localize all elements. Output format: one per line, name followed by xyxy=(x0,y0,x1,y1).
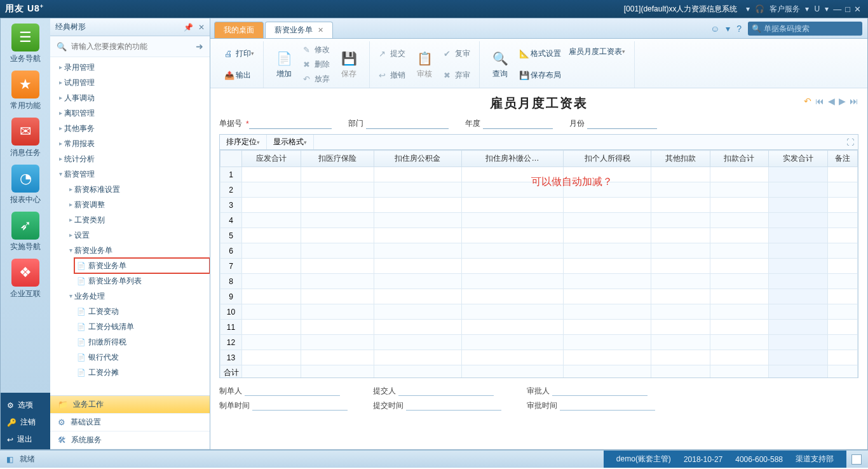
nav-item[interactable]: ➶ 实施导航 xyxy=(6,212,45,252)
table-row[interactable]: 4 xyxy=(220,213,858,228)
search-go-icon[interactable]: ➜ xyxy=(193,41,206,51)
system-dropdown[interactable]: ▾ xyxy=(746,4,750,13)
docno-input[interactable] xyxy=(249,119,332,129)
tree-node[interactable]: ▸统计分析 xyxy=(54,151,210,167)
table-row[interactable]: 12 xyxy=(220,335,858,350)
tree-node[interactable]: ▾薪资管理 xyxy=(54,167,210,182)
minimize-button[interactable]: — xyxy=(833,4,841,14)
revoke-button[interactable]: ↩撤销 xyxy=(377,69,407,82)
smile-icon[interactable]: ☺ xyxy=(710,24,719,34)
nav-item[interactable]: ✉ 消息任务 xyxy=(6,118,45,158)
nav-bottom-item[interactable]: 🔑注销 xyxy=(1,414,50,431)
tree-node[interactable]: ▾业务处理 xyxy=(64,289,210,304)
save-layout-button[interactable]: 💾保存布局 xyxy=(517,69,563,82)
tree-node[interactable]: ▸设置 xyxy=(64,228,210,243)
query-button[interactable]: 🔍查询 xyxy=(485,43,515,86)
print-button[interactable]: 🖨打印 xyxy=(222,47,256,60)
display-format-button[interactable]: 显示格式 xyxy=(267,135,314,149)
tree-leaf[interactable]: 📄薪资业务单列表 xyxy=(74,273,210,289)
col-header[interactable]: 扣个人所得税 xyxy=(564,151,651,167)
nav-item[interactable]: ★ 常用功能 xyxy=(6,71,45,111)
data-grid[interactable]: 应发合计扣医疗保险扣住房公积金扣住房补缴公…扣个人所得税其他扣款扣款合计实发合计… xyxy=(219,149,858,378)
tree-node[interactable]: ▸试用管理 xyxy=(54,75,210,90)
add-button[interactable]: 📄增加 xyxy=(269,43,299,86)
modify-button[interactable]: ✎修改 xyxy=(301,44,332,57)
discard-button[interactable]: ↶放弃 xyxy=(301,73,332,86)
table-row[interactable]: 2 xyxy=(220,182,858,198)
pin-icon[interactable]: 📌 xyxy=(184,23,193,32)
col-header[interactable]: 实发合计 xyxy=(769,151,828,167)
table-row[interactable]: 5 xyxy=(220,228,858,243)
unreview-button[interactable]: ✖弃审 xyxy=(442,69,472,82)
service-dropdown[interactable]: ▾ xyxy=(805,4,809,13)
delete-button[interactable]: ✖删除 xyxy=(301,58,332,71)
tree-leaf[interactable]: 📄薪资业务单 xyxy=(74,258,210,273)
maximize-button[interactable]: □ xyxy=(845,4,850,14)
undo-icon[interactable]: ↶ xyxy=(804,96,811,106)
tree-node[interactable]: ▸薪资标准设置 xyxy=(64,182,210,197)
save-button[interactable]: 💾保存 xyxy=(334,43,364,86)
table-row[interactable]: 9 xyxy=(220,289,858,304)
submit-button[interactable]: ↗提交 xyxy=(377,47,407,60)
tree-leaf[interactable]: 📄工资变动 xyxy=(74,304,210,319)
sort-button[interactable]: 排序定位 xyxy=(220,135,267,149)
tree-node[interactable]: ▸人事调动 xyxy=(54,90,210,105)
tree-leaf[interactable]: 📄工资分摊 xyxy=(74,365,210,380)
prev-record-icon[interactable]: ◀ xyxy=(828,96,835,106)
grid-expand-icon[interactable]: ⛶ xyxy=(843,138,858,147)
nav-item[interactable]: ☰ 业务导航 xyxy=(6,24,45,64)
table-row[interactable]: 6 xyxy=(220,243,858,259)
first-record-icon[interactable]: ⏮ xyxy=(815,96,824,106)
table-row[interactable]: 11 xyxy=(220,320,858,335)
nav-bottom-item[interactable]: ⚙选项 xyxy=(1,397,50,414)
table-row[interactable]: 10 xyxy=(220,304,858,320)
output-button[interactable]: 📤输出 xyxy=(222,69,256,82)
panel-tab[interactable]: 📁业务工作 xyxy=(50,396,210,414)
status-menu-icon[interactable]: ◧ xyxy=(6,455,13,464)
col-header[interactable]: 扣住房补缴公… xyxy=(461,151,564,167)
next-record-icon[interactable]: ▶ xyxy=(839,96,846,106)
col-header[interactable]: 应发合计 xyxy=(242,151,301,167)
tree-leaf[interactable]: 📄工资分钱清单 xyxy=(74,319,210,334)
smile-dd[interactable]: ▾ xyxy=(726,24,730,34)
table-row[interactable]: 7 xyxy=(220,259,858,274)
tree-search-input[interactable] xyxy=(69,40,193,53)
dept-input[interactable] xyxy=(366,119,449,129)
barcode-search-input[interactable] xyxy=(764,24,859,33)
nav-bottom-item[interactable]: ↩退出 xyxy=(1,431,50,448)
col-header[interactable]: 扣住房公积金 xyxy=(374,151,461,167)
nav-item[interactable]: ❖ 企业互联 xyxy=(6,259,45,299)
year-input[interactable] xyxy=(483,119,553,129)
tree-node[interactable]: ▸薪资调整 xyxy=(64,197,210,212)
col-header[interactable]: 备注 xyxy=(827,151,857,167)
tree-node[interactable]: ▸离职管理 xyxy=(54,105,210,121)
review-button[interactable]: ✔复审 xyxy=(442,47,472,60)
table-row[interactable]: 8 xyxy=(220,274,858,289)
tree-node[interactable]: ▸录用管理 xyxy=(54,60,210,75)
audit-button[interactable]: 📋审核 xyxy=(409,43,440,86)
template-dropdown[interactable]: 雇员月度工资表 xyxy=(567,45,627,58)
tab-close-icon[interactable]: ✕ xyxy=(318,26,323,34)
month-input[interactable] xyxy=(587,119,657,129)
help-icon[interactable]: ? xyxy=(736,24,742,34)
customer-service[interactable]: 客户服务 xyxy=(770,4,800,15)
tree-node[interactable]: ▸其他事务 xyxy=(54,121,210,136)
panel-tab[interactable]: ⚙基础设置 xyxy=(50,414,210,432)
table-row[interactable]: 13 xyxy=(220,350,858,365)
col-header[interactable]: 扣款合计 xyxy=(710,151,769,167)
tree-node[interactable]: ▸常用报表 xyxy=(54,136,210,151)
tree-close-icon[interactable]: ✕ xyxy=(198,23,205,32)
tab-desktop[interactable]: 我的桌面 xyxy=(214,22,264,38)
nav-item[interactable]: ◔ 报表中心 xyxy=(6,165,45,205)
last-record-icon[interactable]: ⏭ xyxy=(850,96,858,106)
table-row[interactable]: 3 xyxy=(220,198,858,213)
tree-leaf[interactable]: 📄扣缴所得税 xyxy=(74,334,210,350)
table-row[interactable]: 1 xyxy=(220,167,858,182)
panel-tab[interactable]: 🛠系统服务 xyxy=(50,432,210,449)
format-button[interactable]: 📐格式设置 xyxy=(517,47,563,60)
tab-salary-form[interactable]: 薪资业务单✕ xyxy=(265,22,333,38)
col-header[interactable]: 扣医疗保险 xyxy=(301,151,374,167)
u-menu[interactable]: U xyxy=(814,4,820,13)
support-icon[interactable]: 🎧 xyxy=(755,4,764,13)
status-indicator-icon[interactable] xyxy=(851,454,862,465)
